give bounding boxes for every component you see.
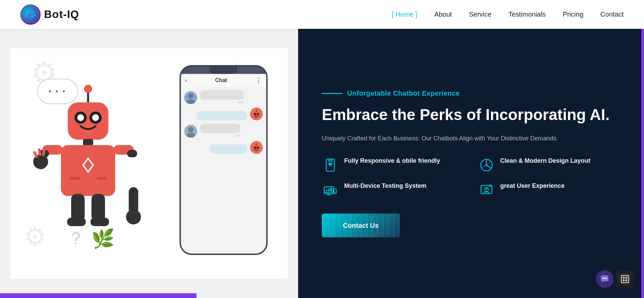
feature-item-1: Fully Responsive & obile friendly [322, 157, 464, 174]
svg-rect-57 [328, 160, 332, 161]
chat-row-1: ✓✓ [184, 90, 263, 104]
svg-line-33 [43, 150, 44, 155]
svg-point-46 [257, 113, 259, 115]
hero-subtitle: Uniquely Crafted for Each Business: Our … [322, 134, 620, 143]
svg-rect-67 [328, 188, 330, 191]
svg-point-45 [254, 113, 256, 115]
svg-rect-66 [326, 190, 327, 191]
chat-bubble-robot2 [210, 144, 247, 154]
logo-brain-icon [20, 4, 41, 25]
svg-line-31 [35, 153, 37, 157]
phone-back-icon[interactable]: ‹ [185, 77, 187, 83]
chat-row-3: ✓✓ [184, 124, 263, 138]
svg-point-50 [186, 133, 195, 138]
contact-us-button[interactable]: Contact Us [322, 214, 400, 237]
hero-title: Embrace the Perks of Incorporating AI. [322, 105, 620, 124]
main-content: ⚙ ⚙ ⚙ ? 🌿 • • • [0, 29, 644, 298]
nav-home[interactable]: Home [392, 11, 417, 18]
svg-line-8 [30, 11, 33, 14]
phone-mockup: ‹ Chat ⋮ ✓✓ [180, 65, 268, 255]
svg-point-55 [256, 142, 257, 144]
chat-row-4 [184, 141, 263, 154]
svg-rect-41 [90, 218, 109, 226]
chat-row-2 [184, 107, 263, 120]
nav-testimonials[interactable]: Testimonials [508, 11, 546, 18]
feature-item-3: Multi-Device Testing System [322, 182, 464, 199]
svg-rect-39 [91, 194, 105, 221]
svg-point-53 [257, 147, 259, 149]
svg-rect-44 [253, 112, 260, 117]
svg-rect-26 [69, 177, 80, 180]
svg-point-59 [485, 164, 487, 166]
svg-point-71 [485, 188, 487, 190]
chat-avatar-robot2 [250, 141, 263, 154]
illustration-bg: ⚙ ⚙ ⚙ ? 🌿 • • • [10, 48, 288, 279]
tagline-text: Unforgetable Chatbot Experience [347, 90, 460, 97]
nav-links: Home About Service Testimonials Pricing … [392, 11, 624, 18]
feature-text-2: Clean & Modern Design Layout [500, 157, 590, 165]
phone-header: ‹ Chat ⋮ [181, 74, 266, 87]
phone-chat-body: ✓✓ [181, 87, 266, 254]
svg-line-13 [33, 11, 35, 15]
chat-avatar-robot1 [250, 107, 263, 120]
nav-pricing[interactable]: Pricing [563, 11, 583, 18]
logo-text: Bot-IQ [44, 8, 79, 21]
svg-rect-18 [68, 102, 108, 140]
svg-rect-27 [97, 177, 107, 180]
chat-fab-container [596, 270, 634, 288]
svg-point-49 [188, 127, 193, 132]
chat-fab-button[interactable] [596, 270, 614, 288]
heart-mobile-icon [322, 157, 339, 174]
svg-rect-23 [83, 139, 93, 146]
phone-notch [210, 66, 237, 74]
chat-checkmark-1: ✓✓ [200, 100, 244, 104]
bottom-band [0, 293, 196, 298]
svg-rect-38 [71, 194, 85, 221]
svg-rect-80 [625, 279, 627, 281]
svg-rect-24 [61, 145, 115, 196]
phone-title: Chat [215, 77, 227, 83]
features-grid: Fully Responsive & obile friendly Clean … [322, 157, 620, 199]
phone-menu-icon[interactable]: ⋮ [255, 77, 262, 84]
svg-point-43 [186, 99, 195, 104]
chat-avatar-user2 [184, 125, 197, 138]
svg-rect-51 [253, 145, 260, 151]
svg-point-14 [27, 17, 29, 18]
svg-rect-35 [127, 150, 137, 157]
nav-about[interactable]: About [434, 11, 452, 18]
svg-rect-68 [330, 188, 332, 191]
svg-point-75 [606, 278, 607, 279]
left-panel: ⚙ ⚙ ⚙ ? 🌿 • • • [0, 29, 298, 298]
chat-bubble-user1 [200, 90, 244, 100]
nav-contact[interactable]: Contact [600, 11, 624, 18]
svg-rect-77 [623, 277, 625, 279]
navbar: Bot-IQ Home About Service Testimonials P… [0, 0, 644, 29]
svg-point-17 [84, 85, 92, 93]
svg-point-37 [126, 210, 141, 224]
feature-item-4: great User Experience [478, 182, 621, 199]
svg-point-52 [254, 147, 256, 149]
feature-text-3: Multi-Device Testing System [344, 182, 427, 190]
svg-rect-40 [67, 218, 86, 226]
feature-text-1: Fully Responsive & obile friendly [344, 157, 440, 165]
svg-rect-78 [625, 277, 627, 279]
tagline-bar [322, 93, 342, 94]
svg-point-21 [77, 114, 84, 121]
logo[interactable]: Bot-IQ [20, 4, 79, 25]
square-fab-button[interactable] [616, 270, 634, 288]
nav-service[interactable]: Service [469, 11, 492, 18]
robot-svg [30, 82, 146, 252]
chat-bubble-user2 [200, 124, 241, 133]
tagline-line: Unforgetable Chatbot Experience [322, 90, 620, 97]
chat-avatar-user1 [184, 91, 197, 104]
svg-point-22 [92, 114, 99, 121]
user-experience-icon [478, 182, 495, 199]
robot-illustration [30, 82, 146, 252]
square-fab-icon [621, 275, 629, 283]
contact-btn-label: Contact Us [343, 222, 379, 230]
feature-text-4: great User Experience [500, 182, 565, 190]
brain-svg [22, 6, 39, 23]
svg-rect-76 [621, 275, 629, 283]
svg-rect-79 [623, 279, 625, 281]
svg-point-48 [256, 109, 257, 110]
